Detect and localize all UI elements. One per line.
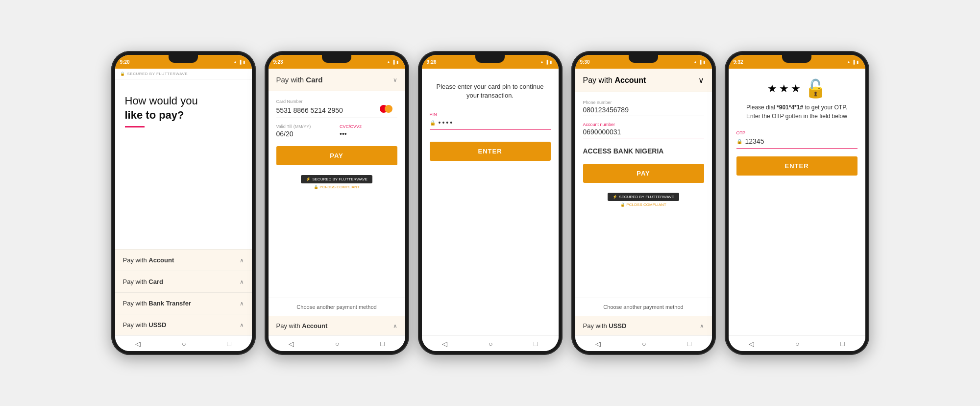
enter-otp-button[interactable]: ENTER (736, 156, 858, 176)
status-bar-5: 9:32 ▲ ▐ ▮ (729, 55, 865, 69)
phone-4: 9:30 ▲ ▐ ▮ Pay with Account ∨ Phone numb… (571, 51, 716, 355)
mc-yellow (385, 105, 392, 113)
nav-recent-5[interactable]: □ (840, 340, 844, 348)
status-bar-2: 9:23 ▲ ▐ ▮ (269, 55, 405, 69)
option-bank-transfer-chevron: ∧ (240, 300, 244, 307)
screen-3: Please enter your card pin to continue y… (422, 69, 559, 335)
pci-badge: 🔒 PCI-DSS COMPLIANT (314, 185, 359, 189)
status-icons-3: ▲ ▐ ▮ (540, 60, 552, 64)
account-header: Pay with Account ∨ (575, 69, 712, 92)
signal-icon-4: ▐ (699, 60, 702, 64)
nav-bar-5: ◁ ○ □ (729, 335, 865, 351)
status-icons-2: ▲ ▐ ▮ (387, 60, 398, 64)
pin-message: Please enter your card pin to continue y… (422, 69, 559, 108)
battery-icon-2: ▮ (396, 60, 398, 64)
nav-back[interactable]: ◁ (135, 340, 141, 348)
payment-options: Pay with Account ∧ Pay with Card ∧ Pay w… (115, 249, 252, 335)
signal-icon-2: ▐ (392, 60, 395, 64)
pay-button[interactable]: PAY (276, 146, 397, 165)
pin-section: PIN 🔒 •••• (422, 108, 559, 134)
cvc-label: CVC/CVV2 (340, 124, 397, 129)
option-card-label: Pay with Card (123, 278, 163, 285)
nav-back-5[interactable]: ◁ (749, 340, 754, 348)
option-account-chevron: ∧ (240, 257, 244, 264)
card-number-field: Card Number 5531 8866 5214 2950 (276, 99, 397, 118)
secured-badge: ⚡ SECURED BY FLUTTERWAVE 🔒 PCI-DSS COMPL… (276, 175, 397, 189)
phone-1: 9:20 ▲ ▐ ▮ 🔒 SECURED BY FLUTTERWAVE How … (111, 51, 256, 355)
option-account[interactable]: Pay with Account ∧ (115, 249, 252, 271)
phones-container: 9:20 ▲ ▐ ▮ 🔒 SECURED BY FLUTTERWAVE How … (111, 51, 869, 355)
account-number-field: Account number 0690000031 (583, 122, 704, 138)
phone-number-label: Phone number (583, 100, 704, 105)
pin-lock-icon: 🔒 (430, 120, 436, 126)
wifi-icon-4: ▲ (693, 60, 697, 64)
shield-icon-4: 🔒 (620, 203, 625, 207)
valid-till-value[interactable]: 06/20 (276, 130, 294, 138)
cvc-value[interactable]: ••• (340, 130, 347, 138)
bottom-title-2: Pay with Account (276, 322, 328, 330)
time-4: 9:30 (580, 59, 590, 65)
time-5: 9:32 (734, 59, 743, 65)
nav-home-2[interactable]: ○ (335, 340, 339, 348)
nav-home[interactable]: ○ (182, 340, 186, 348)
bank-name: ACCESS BANK NIGERIA (583, 144, 704, 158)
stars-display: ★★★ (767, 82, 803, 95)
otp-stars-lock: ★★★ 🔓 (767, 78, 827, 99)
p4-content: Pay with Account ∨ Phone number 08012345… (575, 69, 712, 335)
option-ussd[interactable]: Pay with USSD ∧ (115, 314, 252, 335)
phone-5: 9:32 ▲ ▐ ▮ ★★★ 🔓 Please dial *901*4*1# t… (725, 51, 869, 355)
nav-back-2[interactable]: ◁ (289, 340, 294, 348)
wifi-icon-5: ▲ (847, 60, 851, 64)
nav-bar-4: ◁ ○ □ (575, 335, 712, 351)
pay-button-4[interactable]: PAY (583, 164, 704, 183)
choose-another-link-4[interactable]: Choose another payment method (575, 298, 712, 316)
nav-back-4[interactable]: ◁ (595, 340, 601, 348)
bottom-section-2[interactable]: Pay with Account ∧ (269, 316, 405, 335)
option-card[interactable]: Pay with Card ∧ (115, 271, 252, 292)
card-number-value[interactable]: 5531 8866 5214 2950 (276, 106, 343, 114)
valid-till-field: Valid Till (MM/YY) 06/20 (276, 124, 334, 140)
pci-badge-4: 🔒 PCI-DSS COMPLIANT (620, 203, 666, 207)
otp-message: Please dial *901*4*1# to get your OTP. E… (736, 103, 858, 121)
signal-icon-5: ▐ (852, 60, 855, 64)
otp-lock-icon: 🔒 (736, 139, 742, 144)
nav-home-5[interactable]: ○ (795, 340, 799, 348)
p3-content: Please enter your card pin to continue y… (422, 69, 559, 335)
nav-recent-3[interactable]: □ (534, 340, 538, 348)
battery-icon: ▮ (243, 60, 245, 64)
pin-dots[interactable]: •••• (439, 119, 454, 127)
account-number-row: 0690000031 (583, 128, 704, 138)
nav-recent-2[interactable]: □ (380, 340, 384, 348)
nav-home-3[interactable]: ○ (489, 340, 492, 348)
valid-till-label: Valid Till (MM/YY) (276, 124, 334, 129)
lock-icon-badge-4: ⚡ (612, 195, 617, 199)
phone-number-value[interactable]: 080123456789 (583, 106, 629, 114)
option-bank-transfer[interactable]: Pay with Bank Transfer ∧ (115, 292, 252, 314)
account-number-label: Account number (583, 122, 704, 127)
battery-icon-5: ▮ (857, 60, 858, 64)
choose-another-link[interactable]: Choose another payment method (269, 298, 405, 316)
card-number-row: 5531 8866 5214 2950 (276, 105, 397, 118)
otp-row: 🔒 12345 (736, 137, 858, 149)
nav-recent-4[interactable]: □ (687, 340, 691, 348)
card-header: Pay with Card ∨ (269, 69, 405, 91)
nav-back-3[interactable]: ◁ (442, 340, 447, 348)
nav-recent[interactable]: □ (227, 340, 231, 348)
secured-badge-4: ⚡ SECURED BY FLUTTERWAVE 🔒 PCI-DSS COMPL… (583, 193, 704, 207)
nav-home-4[interactable]: ○ (642, 340, 646, 348)
card-header-chevron: ∨ (393, 76, 397, 83)
account-number-value[interactable]: 0690000031 (583, 128, 621, 136)
nav-bar-1: ◁ ○ □ (115, 335, 252, 351)
phone-number-field: Phone number 080123456789 (583, 100, 704, 116)
otp-value[interactable]: 12345 (745, 137, 764, 145)
lock-icon-badge: ⚡ (306, 177, 311, 181)
bottom-chevron-4: ∧ (700, 323, 704, 330)
valid-till-row: 06/20 (276, 130, 334, 140)
status-icons-5: ▲ ▐ ▮ (847, 60, 858, 64)
enter-pin-button[interactable]: ENTER (430, 142, 551, 161)
screen-5: ★★★ 🔓 Please dial *901*4*1# to get your … (729, 69, 865, 335)
battery-icon-4: ▮ (703, 60, 705, 64)
secure-text: SECURED BY FLUTTERWAVE (127, 72, 188, 76)
bottom-section-4[interactable]: Pay with USSD ∧ (575, 316, 712, 335)
time-2: 9:23 (273, 59, 283, 65)
